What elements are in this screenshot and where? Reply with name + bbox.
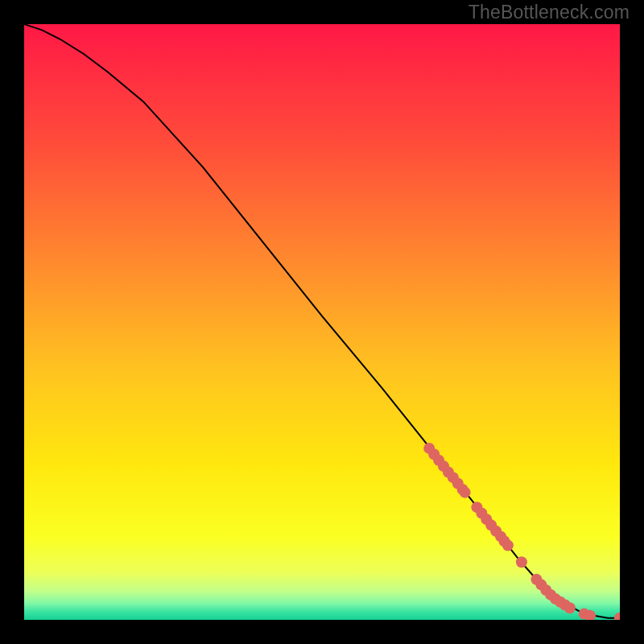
chart-svg [24, 24, 620, 620]
watermark-text: TheBottleneck.com [469, 2, 630, 23]
data-point [564, 602, 576, 613]
data-point [460, 487, 471, 498]
chart-frame: TheBottleneck.com [0, 0, 644, 644]
data-point [516, 556, 527, 568]
plot-background [24, 24, 620, 620]
data-point [502, 540, 514, 551]
plot-area [24, 24, 620, 620]
